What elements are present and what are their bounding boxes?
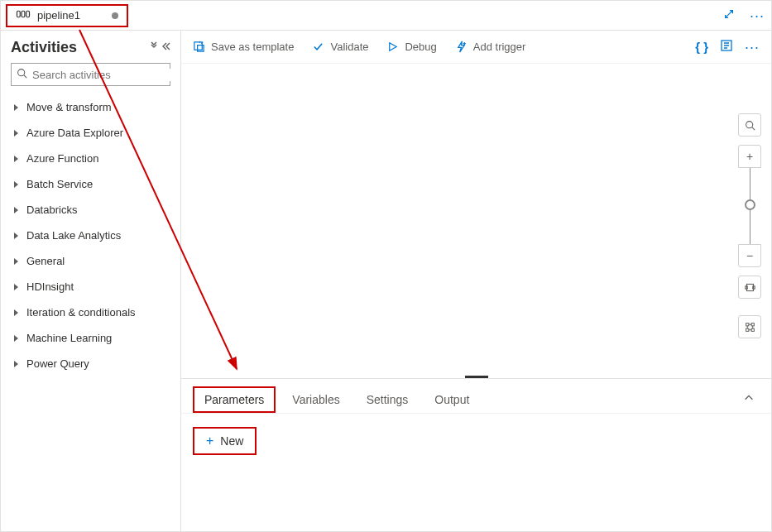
activities-sidebar: Activities Move & transformAzure Data Ex… — [1, 31, 181, 531]
collapse-sidebar-icon[interactable] — [161, 41, 170, 54]
properties-tab-output[interactable]: Output — [424, 388, 479, 411]
svg-rect-11 — [751, 323, 754, 325]
code-view-icon[interactable]: { } — [695, 40, 708, 54]
svg-rect-2 — [26, 11, 30, 17]
zoom-in-button[interactable]: + — [738, 145, 761, 168]
svg-rect-13 — [751, 328, 754, 331]
activity-category-label: Azure Data Explorer — [26, 127, 123, 139]
properties-panel: ParametersVariablesSettingsOutput + New — [181, 378, 771, 531]
search-activities-box[interactable] — [11, 63, 170, 86]
pipeline-tab[interactable]: pipeline1 — [6, 4, 128, 27]
activity-category-label: Data Lake Analytics — [26, 229, 121, 242]
sidebar-title: Activities — [11, 39, 77, 56]
pipeline-canvas[interactable]: + − — [181, 64, 771, 378]
activity-category-item[interactable]: Move & transform — [11, 94, 170, 120]
activity-category-item[interactable]: Databricks — [11, 197, 170, 223]
plus-icon: + — [206, 434, 213, 448]
svg-rect-12 — [746, 328, 748, 331]
pipeline-icon — [16, 7, 31, 24]
play-icon — [386, 41, 399, 53]
search-activities-input[interactable] — [32, 69, 171, 81]
activity-category-item[interactable]: Iteration & conditionals — [11, 300, 170, 325]
expand-chevron-icon — [14, 181, 18, 188]
toolbar-more-icon[interactable]: ··· — [745, 40, 760, 55]
activity-category-label: HDInsight — [26, 280, 74, 293]
activity-category-item[interactable]: Power Query — [11, 351, 170, 376]
activity-category-label: Move & transform — [26, 101, 112, 113]
activity-category-item[interactable]: Azure Function — [11, 146, 170, 171]
panel-resize-handle[interactable] — [465, 376, 488, 378]
zoom-out-button[interactable]: − — [738, 244, 761, 267]
expand-chevron-icon — [14, 258, 18, 265]
auto-align-button[interactable] — [738, 315, 761, 338]
activity-category-label: Machine Learning — [26, 332, 112, 344]
save-template-label: Save as template — [211, 41, 294, 53]
new-parameter-button[interactable]: + New — [193, 427, 257, 455]
svg-rect-4 — [194, 42, 202, 50]
expand-chevron-icon — [14, 207, 18, 213]
properties-icon[interactable] — [720, 39, 733, 55]
unsaved-dot-icon — [112, 12, 118, 19]
svg-rect-10 — [746, 323, 748, 325]
expand-chevron-icon — [14, 361, 18, 367]
zoom-controls: + − — [738, 113, 761, 347]
activity-category-label: Power Query — [26, 357, 89, 370]
expand-chevron-icon — [14, 335, 18, 342]
save-template-icon — [193, 41, 205, 53]
svg-rect-1 — [22, 11, 25, 17]
activity-category-item[interactable]: General — [11, 248, 170, 274]
svg-point-3 — [18, 69, 25, 76]
zoom-search-button[interactable] — [738, 113, 761, 137]
svg-rect-0 — [17, 11, 21, 17]
zoom-slider[interactable] — [750, 168, 750, 244]
expand-editor-icon[interactable] — [723, 8, 735, 22]
activity-category-item[interactable]: Machine Learning — [11, 325, 170, 351]
pipeline-toolbar: Save as template Validate Debug Add trig… — [181, 31, 771, 64]
tab-title: pipeline1 — [37, 9, 80, 22]
expand-chevron-icon — [14, 309, 18, 316]
add-trigger-label: Add trigger — [473, 41, 526, 53]
activity-category-item[interactable]: Batch Service — [11, 171, 170, 197]
activity-category-label: Azure Function — [26, 152, 98, 165]
lightning-icon — [455, 41, 468, 53]
debug-button[interactable]: Debug — [386, 41, 436, 53]
check-icon — [312, 41, 324, 53]
expand-chevron-icon — [14, 156, 18, 162]
activity-category-label: General — [26, 255, 65, 267]
activity-category-item[interactable]: HDInsight — [11, 274, 170, 300]
expand-all-icon[interactable] — [149, 41, 159, 54]
activity-category-item[interactable]: Data Lake Analytics — [11, 223, 170, 248]
activity-category-item[interactable]: Azure Data Explorer — [11, 120, 170, 146]
new-label: New — [220, 434, 243, 448]
collapse-panel-icon[interactable] — [743, 392, 760, 406]
expand-chevron-icon — [14, 130, 18, 137]
expand-chevron-icon — [14, 104, 18, 111]
activity-category-label: Databricks — [26, 204, 77, 216]
svg-point-6 — [746, 121, 752, 127]
validate-label: Validate — [330, 41, 368, 53]
properties-tab-settings[interactable]: Settings — [357, 388, 419, 411]
properties-tab-variables[interactable]: Variables — [282, 388, 349, 411]
activity-category-label: Batch Service — [26, 178, 93, 190]
activity-category-label: Iteration & conditionals — [26, 306, 136, 319]
debug-label: Debug — [405, 41, 436, 53]
properties-tab-parameters[interactable]: Parameters — [193, 386, 276, 413]
search-icon — [17, 68, 27, 81]
validate-button[interactable]: Validate — [312, 41, 368, 53]
zoom-fit-button[interactable] — [738, 276, 761, 299]
expand-chevron-icon — [14, 232, 18, 239]
more-menu-icon[interactable]: ··· — [750, 8, 765, 23]
expand-chevron-icon — [14, 284, 18, 290]
add-trigger-button[interactable]: Add trigger — [455, 41, 526, 53]
save-as-template-button[interactable]: Save as template — [193, 41, 294, 53]
